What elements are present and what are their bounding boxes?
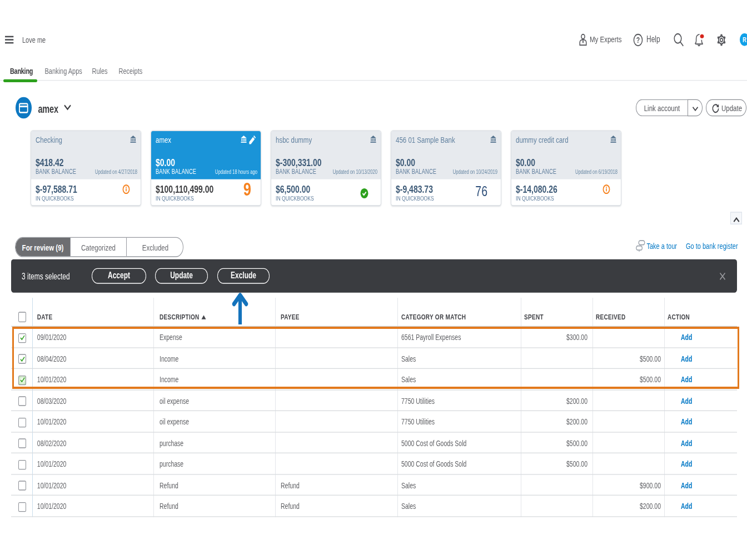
svg-text:?: ?	[636, 36, 640, 44]
